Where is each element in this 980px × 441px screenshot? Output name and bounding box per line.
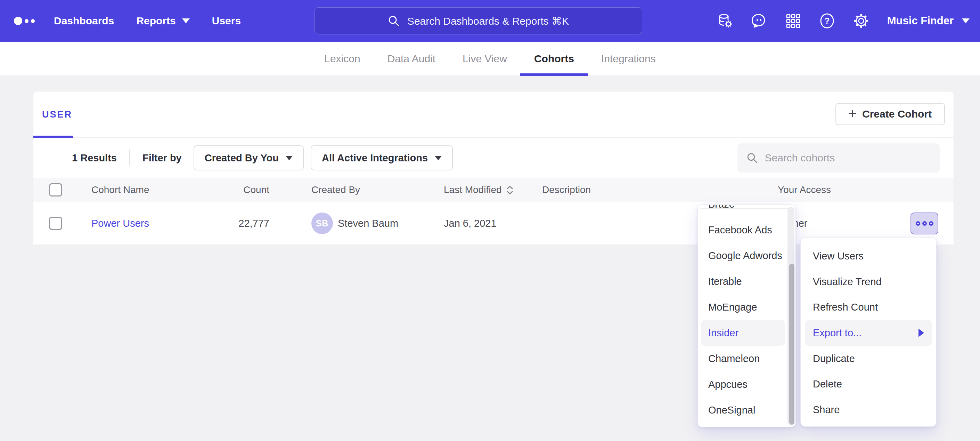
project-name: Music Finder (887, 14, 954, 27)
column-header-count[interactable]: Count (241, 178, 269, 202)
chevron-down-icon (962, 18, 970, 23)
menu-item-label: Share (813, 404, 840, 415)
cohort-search-input[interactable] (765, 152, 931, 164)
global-search-button[interactable]: Search Dashboards & Reports ⌘K (315, 7, 642, 34)
nav-item-label: Dashboards (54, 15, 114, 27)
more-dots-icon (922, 221, 927, 226)
nav-item-label: Users (212, 15, 241, 27)
create-cohort-button[interactable]: + Create Cohort (835, 103, 945, 125)
chevron-down-icon (286, 156, 293, 160)
nav-item-dashboards[interactable]: Dashboards (54, 15, 114, 27)
data-management-icon[interactable] (717, 13, 733, 29)
menu-item-appcues[interactable]: Appcues (701, 371, 785, 397)
menu-item-chameleon[interactable]: Chameleon (701, 346, 785, 371)
plus-icon: + (849, 106, 857, 120)
select-all-checkbox[interactable] (49, 183, 62, 197)
created-by-filter-dropdown[interactable]: Created By You (194, 145, 304, 170)
tab-integrations[interactable]: Integrations (601, 42, 656, 76)
avatar: SB (311, 213, 333, 234)
cohort-name-link[interactable]: Power Users (91, 202, 149, 244)
column-header-your-access[interactable]: Your Access (778, 178, 831, 202)
tab-label: Integrations (601, 53, 656, 65)
top-nav-links: Dashboards Reports Users (54, 0, 241, 42)
column-header-created-by[interactable]: Created By (311, 178, 360, 202)
active-tab-underline (33, 136, 73, 138)
more-dots-icon (929, 221, 934, 226)
menu-item-onesignal[interactable]: OneSignal (701, 397, 785, 423)
column-header-last-modified[interactable]: Last Modified (444, 178, 514, 202)
nav-item-users[interactable]: Users (212, 15, 241, 27)
cohort-search-box (737, 143, 940, 173)
menu-item-google-adwords[interactable]: Google Adwords (701, 243, 785, 268)
tab-data-audit[interactable]: Data Audit (388, 42, 436, 76)
menu-item-braze[interactable]: Braze (701, 205, 785, 217)
menu-item-label: Visualize Trend (813, 276, 881, 288)
active-tab-underline (520, 74, 588, 76)
help-icon[interactable]: ? (819, 13, 835, 29)
menu-item-label: Refresh Count (813, 302, 878, 313)
project-switcher[interactable]: Music Finder (887, 14, 970, 27)
menu-item-refresh-count[interactable]: Refresh Count (805, 294, 932, 320)
sort-icon (506, 186, 514, 195)
integrations-filter-value: All Active Integrations (322, 152, 428, 164)
data-management-tab-bar: Lexicon Data Audit Live View Cohorts Int… (0, 42, 980, 76)
logo-dot (25, 19, 29, 23)
created-by-filter-value: Created By You (205, 152, 279, 164)
menu-item-label: Export to... (813, 327, 862, 339)
row-context-menu: View Users Visualize Trend Refresh Count… (800, 237, 937, 427)
filter-by-label: Filter by (143, 152, 182, 164)
row-actions-button[interactable] (910, 213, 938, 235)
menu-item-moengage[interactable]: MoEngage (701, 294, 785, 320)
nav-item-label: Reports (136, 15, 175, 27)
menu-item-label: Duplicate (813, 353, 855, 364)
cohorts-card: USER + Create Cohort 1 Results Filter by… (33, 91, 954, 244)
logo-dot (14, 17, 22, 25)
tab-user-cohorts[interactable]: USER (42, 91, 72, 137)
cohorts-page: Dashboards Reports Users Search Dashboar… (0, 0, 980, 441)
column-header-cohort-name[interactable]: Cohort Name (91, 178, 150, 202)
tab-label: Data Audit (388, 53, 436, 65)
table-header-row: Cohort Name Count Created By Last Modifi… (33, 178, 954, 202)
menu-item-insider[interactable]: Insider (701, 320, 785, 346)
settings-icon[interactable] (853, 13, 869, 29)
cohort-type-tabs: USER + Create Cohort (33, 91, 954, 138)
scrollbar-thumb[interactable] (789, 264, 794, 425)
top-nav-right: ? Music Finder (717, 0, 970, 42)
global-search-placeholder: Search Dashboards & Reports ⌘K (407, 15, 569, 27)
tab-lexicon[interactable]: Lexicon (324, 42, 360, 76)
menu-item-delete[interactable]: Delete (805, 371, 932, 397)
integrations-filter-dropdown[interactable]: All Active Integrations (311, 145, 453, 170)
last-modified-date: Jan 6, 2021 (444, 202, 496, 244)
menu-item-view-users[interactable]: View Users (805, 243, 932, 269)
menu-item-share[interactable]: Share (805, 397, 932, 423)
top-nav-bar: Dashboards Reports Users Search Dashboar… (0, 0, 980, 42)
tab-label: Live View (463, 53, 507, 65)
column-header-description[interactable]: Description (542, 178, 591, 202)
mixpanel-logo-icon[interactable] (14, 0, 35, 42)
feedback-icon[interactable] (751, 13, 767, 29)
cohort-count: 22,777 (241, 202, 269, 244)
nav-item-reports[interactable]: Reports (136, 15, 189, 27)
menu-item-visualize-trend[interactable]: Visualize Trend (805, 269, 932, 295)
divider (129, 150, 130, 166)
tab-cohorts[interactable]: Cohorts (534, 42, 574, 76)
tab-live-view[interactable]: Live View (463, 42, 507, 76)
filter-bar: 1 Results Filter by Created By You All A… (33, 138, 954, 178)
search-icon (388, 15, 399, 27)
apps-grid-icon[interactable] (785, 13, 801, 29)
menu-item-label: View Users (813, 251, 864, 262)
menu-item-facebook-ads[interactable]: Facebook Ads (701, 217, 785, 243)
tab-label: Lexicon (324, 53, 360, 65)
chevron-down-icon (182, 18, 190, 23)
results-count: 1 Results (72, 152, 117, 164)
export-to-submenu: Braze Facebook Ads Google Adwords Iterab… (697, 205, 796, 427)
create-cohort-label: Create Cohort (862, 108, 932, 120)
row-checkbox[interactable] (49, 217, 62, 230)
tab-label: USER (42, 109, 72, 120)
created-by-name: Steven Baum (338, 202, 398, 244)
svg-text:?: ? (824, 16, 829, 26)
logo-dot (31, 19, 35, 23)
menu-item-iterable[interactable]: Iterable (701, 268, 785, 294)
menu-item-export-to[interactable]: Export to... (805, 320, 932, 346)
menu-item-duplicate[interactable]: Duplicate (805, 346, 932, 371)
